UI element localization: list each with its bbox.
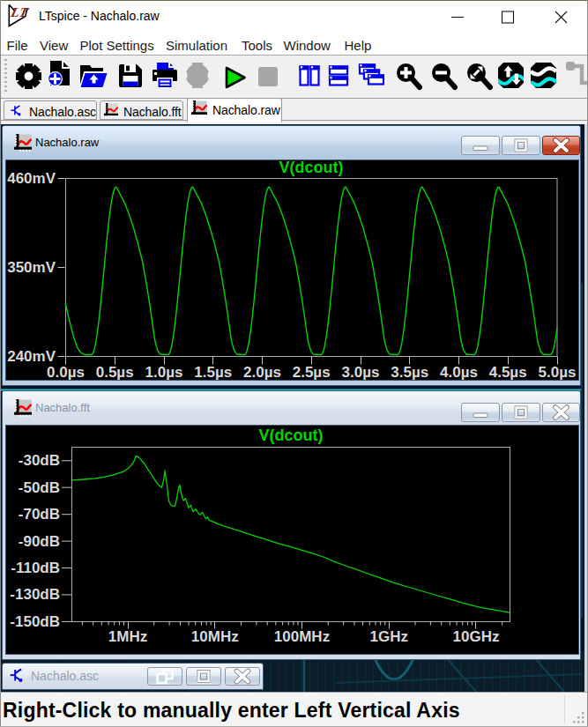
svg-text:LT: LT: [9, 5, 31, 20]
